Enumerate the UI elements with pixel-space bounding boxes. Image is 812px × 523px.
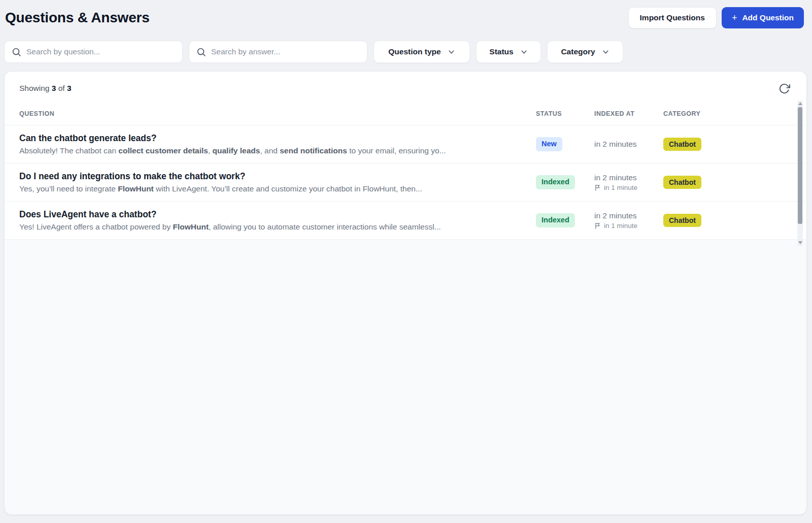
flag-icon — [594, 184, 601, 191]
search-answer-input[interactable] — [211, 47, 360, 56]
refresh-button[interactable] — [779, 83, 790, 96]
status-filter-label: Status — [489, 47, 513, 56]
question-cell: Do I need any integrations to make the c… — [19, 171, 536, 193]
category-badge: Chatbot — [663, 138, 701, 151]
qa-table-card: Showing 3 of 3 QUESTIONSTATUSINDEXED ATC… — [4, 71, 807, 515]
import-questions-button[interactable]: Import Questions — [628, 7, 717, 28]
chevron-down-icon — [602, 48, 610, 56]
scrollbar-up-arrow[interactable] — [798, 102, 802, 105]
question-answer: Yes! LiveAgent offers a chatbot powered … — [19, 222, 522, 232]
category-badge: Chatbot — [663, 176, 701, 189]
flag-icon — [594, 222, 601, 229]
status-badge: Indexed — [536, 213, 575, 227]
category-cell: Chatbot — [663, 138, 778, 151]
question-title: Can the chatbot generate leads? — [19, 133, 522, 144]
indexed-at-cell: in 2 minutesin 1 minute — [594, 211, 663, 230]
column-header-indexed-at: INDEXED AT — [594, 110, 663, 117]
question-title: Do I need any integrations to make the c… — [19, 171, 522, 182]
category-badge: Chatbot — [663, 214, 701, 227]
status-cell: Indexed — [536, 213, 594, 227]
question-title: Does LiveAgent have a chatbot? — [19, 209, 522, 220]
search-icon — [12, 47, 21, 57]
question-type-filter-dropdown[interactable]: Question type — [374, 41, 470, 63]
question-answer: Yes, you’ll need to integrate FlowHunt w… — [19, 184, 522, 193]
import-questions-label: Import Questions — [640, 13, 705, 22]
table-row[interactable]: Do I need any integrations to make the c… — [5, 164, 806, 202]
question-cell: Does LiveAgent have a chatbot?Yes! LiveA… — [19, 209, 536, 232]
flagged-at: in 1 minute — [594, 184, 663, 191]
chevron-down-icon — [448, 48, 455, 56]
search-answer-box — [189, 41, 367, 63]
status-filter-dropdown[interactable]: Status — [476, 41, 541, 63]
table-meta: Showing 3 of 3 — [5, 72, 806, 96]
indexed-at-cell: in 2 minutesin 1 minute — [594, 173, 663, 191]
indexed-at: in 2 minutes — [594, 211, 663, 220]
add-question-button[interactable]: + Add Question — [722, 7, 804, 28]
chevron-down-icon — [520, 48, 528, 56]
search-icon — [196, 47, 206, 57]
refresh-icon — [779, 83, 790, 94]
add-question-label: Add Question — [742, 13, 794, 22]
indexed-at-cell: in 2 minutes — [594, 140, 663, 149]
indexed-at: in 2 minutes — [594, 140, 663, 149]
column-header-status: STATUS — [536, 110, 594, 117]
indexed-at: in 2 minutes — [594, 173, 663, 182]
filter-bar: Question typeStatusCategory — [0, 41, 812, 63]
topbar: Questions & Answers Import Questions + A… — [0, 0, 812, 29]
table-scrollbar[interactable] — [797, 101, 803, 246]
status-cell: New — [536, 137, 594, 151]
scrollbar-thumb[interactable] — [798, 107, 802, 224]
topbar-actions: Import Questions + Add Question — [628, 7, 804, 28]
column-header-question: QUESTION — [19, 110, 536, 117]
column-header-category: CATEGORY — [663, 110, 778, 117]
search-question-box — [4, 41, 183, 63]
category-filter-dropdown[interactable]: Category — [547, 41, 623, 63]
question-answer: Absolutely! The chatbot can collect cust… — [19, 146, 522, 155]
table-row[interactable]: Does LiveAgent have a chatbot?Yes! LiveA… — [5, 202, 806, 240]
table-header-row: QUESTIONSTATUSINDEXED ATCATEGORY — [5, 96, 806, 125]
category-cell: Chatbot — [663, 176, 778, 189]
category-cell: Chatbot — [663, 214, 778, 227]
qa-table: Showing 3 of 3 QUESTIONSTATUSINDEXED ATC… — [5, 72, 806, 240]
flagged-at: in 1 minute — [594, 222, 663, 230]
search-question-input[interactable] — [26, 47, 175, 56]
plus-icon: + — [732, 13, 737, 22]
page-title: Questions & Answers — [5, 10, 150, 26]
question-type-filter-label: Question type — [388, 47, 441, 56]
showing-count: Showing 3 of 3 — [19, 84, 72, 93]
question-cell: Can the chatbot generate leads?Absolutel… — [19, 133, 536, 155]
table-row[interactable]: Can the chatbot generate leads?Absolutel… — [5, 125, 806, 164]
status-badge: New — [536, 137, 562, 151]
status-badge: Indexed — [536, 175, 575, 189]
status-cell: Indexed — [536, 175, 594, 189]
scrollbar-down-arrow[interactable] — [798, 241, 802, 244]
category-filter-label: Category — [561, 47, 595, 56]
